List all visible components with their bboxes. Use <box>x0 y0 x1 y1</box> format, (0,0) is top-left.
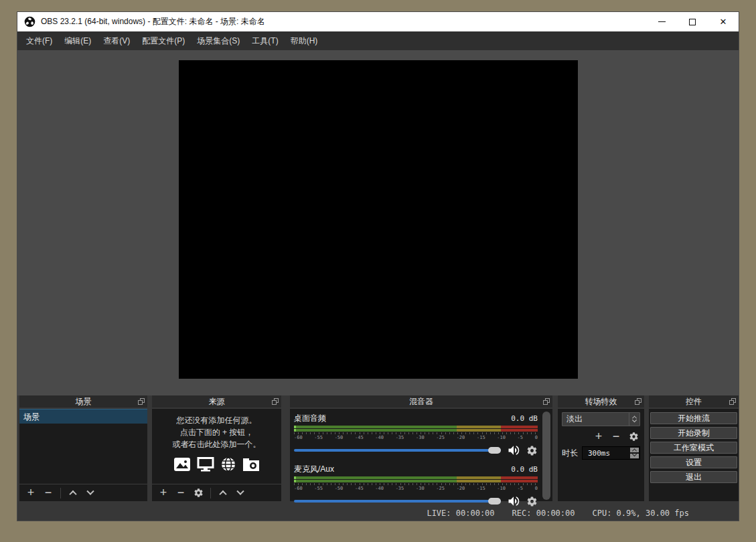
volume-slider-handle[interactable] <box>488 447 501 454</box>
globe-icon <box>220 456 237 472</box>
duration-spinbox[interactable]: 300ms <box>582 446 640 460</box>
scenes-panel-title: 场景 <box>76 396 92 408</box>
mixer-channel-desktop-audio: 桌面音频 0.0 dB -60-55-50-45-40-35-30-25-20-… <box>294 413 538 457</box>
float-panel-icon[interactable] <box>635 398 641 405</box>
scene-list-item[interactable]: 场景 <box>19 409 147 424</box>
meter-scale: -60-55-50-45-40-35-30-25-20-15-10-50 <box>294 486 538 491</box>
controls-panel-header[interactable]: 控件 <box>649 395 739 408</box>
mute-speaker-icon[interactable] <box>507 444 520 457</box>
controls-panel-title: 控件 <box>686 396 702 408</box>
channel-volume-db: 0.0 dB <box>511 465 538 474</box>
duration-down-button[interactable] <box>630 454 639 458</box>
transition-properties-button[interactable] <box>627 430 640 443</box>
channel-name: 桌面音频 <box>294 413 326 424</box>
image-icon <box>173 456 192 472</box>
selected-transition: 淡出 <box>562 414 629 425</box>
channel-name: 麦克风/Aux <box>294 464 334 475</box>
start-recording-button[interactable]: 开始录制 <box>650 427 737 439</box>
minimize-button[interactable] <box>646 12 677 31</box>
add-scene-button[interactable]: + <box>23 486 38 501</box>
source-down-button[interactable] <box>233 486 248 501</box>
status-bar: LIVE: 00:00:00 REC: 00:00:00 CPU: 0.9%, … <box>17 504 739 522</box>
transition-select[interactable]: 淡出 <box>562 412 640 426</box>
menu-scene-collection[interactable]: 场景集合(S) <box>191 32 246 50</box>
menu-tools[interactable]: 工具(T) <box>246 32 284 50</box>
cpu-fps-stats: CPU: 0.9%, 30.00 fps <box>593 509 690 518</box>
volume-slider[interactable] <box>294 447 501 454</box>
menu-view[interactable]: 查看(V) <box>97 32 136 50</box>
transitions-panel: 转场特效 淡出 + − 时长 <box>558 395 644 501</box>
live-time: LIVE: 00:00:00 <box>427 509 494 518</box>
mixer-panel: 混音器 桌面音频 0.0 dB -60-55-50-45-40-35-30-25… <box>290 395 552 501</box>
display-icon <box>196 456 215 472</box>
sources-panel: 来源 您还没有添加任何源。 点击下面的 + 按钮， 或者右击此处添加一个。 <box>152 395 281 501</box>
volume-meter: -60-55-50-45-40-35-30-25-20-15-10-50 <box>294 426 538 440</box>
remove-scene-button[interactable]: − <box>41 486 56 501</box>
mixer-panel-title: 混音器 <box>409 396 433 408</box>
transitions-panel-title: 转场特效 <box>585 396 617 408</box>
float-panel-icon[interactable] <box>543 398 550 405</box>
sources-toolbar: + − <box>152 484 281 501</box>
source-up-button[interactable] <box>216 486 230 501</box>
float-panel-icon[interactable] <box>272 398 279 405</box>
duration-label: 时长 <box>562 448 578 459</box>
settings-button[interactable]: 设置 <box>650 456 737 468</box>
close-button[interactable]: ✕ <box>708 12 739 31</box>
transition-duration-row: 时长 300ms <box>562 446 640 460</box>
channel-volume-db: 0.0 dB <box>511 414 538 423</box>
controls-body: 开始推流 开始录制 工作室模式 设置 退出 <box>649 409 739 501</box>
start-streaming-button[interactable]: 开始推流 <box>650 412 737 424</box>
channel-settings-gear-icon[interactable] <box>526 445 538 456</box>
sources-panel-header[interactable]: 来源 <box>152 395 281 408</box>
preview-area <box>17 50 739 395</box>
remove-transition-button[interactable]: − <box>609 430 623 443</box>
sources-empty-area[interactable]: 您还没有添加任何源。 点击下面的 + 按钮， 或者右击此处添加一个。 <box>152 409 281 501</box>
menu-edit[interactable]: 编辑(E) <box>58 32 97 50</box>
controls-panel: 控件 开始推流 开始录制 工作室模式 设置 退出 <box>649 395 739 501</box>
source-properties-button[interactable] <box>191 486 206 501</box>
duration-value: 300ms <box>583 449 629 458</box>
title-bar: OBS 23.2.1 (64-bit, windows) - 配置文件: 未命名… <box>17 12 739 31</box>
menu-file[interactable]: 文件(F) <box>20 32 58 50</box>
window-controls: ✕ <box>646 12 739 31</box>
remove-source-button[interactable]: − <box>173 486 188 501</box>
scenes-panel: 场景 场景 + − <box>19 395 147 501</box>
float-panel-icon[interactable] <box>138 398 145 405</box>
menu-help[interactable]: 帮助(H) <box>285 32 324 50</box>
scene-down-button[interactable] <box>83 486 98 501</box>
sources-empty-message: 您还没有添加任何源。 点击下面的 + 按钮， 或者右击此处添加一个。 <box>152 409 281 450</box>
scenes-toolbar: + − <box>19 484 147 501</box>
duration-spin-buttons <box>629 447 639 459</box>
scenes-list: 场景 + − <box>19 409 147 501</box>
transition-select-arrows[interactable] <box>629 413 639 426</box>
maximize-button[interactable] <box>677 12 708 31</box>
camera-icon <box>242 456 260 472</box>
rec-time: REC: 00:00:00 <box>512 509 575 518</box>
mixer-channel-mic-aux: 麦克风/Aux 0.0 dB -60-55-50-45-40-35-30-25-… <box>294 464 538 508</box>
menu-bar: 文件(F) 编辑(E) 查看(V) 配置文件(P) 场景集合(S) 工具(T) … <box>17 31 739 50</box>
scenes-panel-header[interactable]: 场景 <box>19 395 147 408</box>
add-transition-button[interactable]: + <box>592 430 605 443</box>
mixer-panel-header[interactable]: 混音器 <box>290 395 552 408</box>
source-type-icons <box>152 456 281 472</box>
studio-mode-button[interactable]: 工作室模式 <box>650 442 737 454</box>
toolbar-separator <box>60 488 61 499</box>
add-source-button[interactable]: + <box>156 486 171 501</box>
transitions-body: 淡出 + − 时长 300ms <box>558 409 644 501</box>
window-title: OBS 23.2.1 (64-bit, windows) - 配置文件: 未命名… <box>41 16 646 27</box>
preview-canvas[interactable] <box>179 60 578 379</box>
transition-toolbar: + − <box>562 430 640 443</box>
obs-window: OBS 23.2.1 (64-bit, windows) - 配置文件: 未命名… <box>17 11 739 521</box>
float-panel-icon[interactable] <box>729 398 736 405</box>
menu-profile[interactable]: 配置文件(P) <box>136 32 191 50</box>
toolbar-separator <box>210 488 211 499</box>
mixer-body: 桌面音频 0.0 dB -60-55-50-45-40-35-30-25-20-… <box>290 409 552 501</box>
volume-meter: -60-55-50-45-40-35-30-25-20-15-10-50 <box>294 476 538 491</box>
meter-scale: -60-55-50-45-40-35-30-25-20-15-10-50 <box>294 435 538 440</box>
exit-button[interactable]: 退出 <box>650 471 737 483</box>
sources-panel-title: 来源 <box>209 396 225 408</box>
scene-up-button[interactable] <box>66 486 80 501</box>
obs-logo-icon <box>24 16 35 27</box>
transitions-panel-header[interactable]: 转场特效 <box>558 395 644 408</box>
mixer-scrollbar[interactable] <box>542 412 550 500</box>
